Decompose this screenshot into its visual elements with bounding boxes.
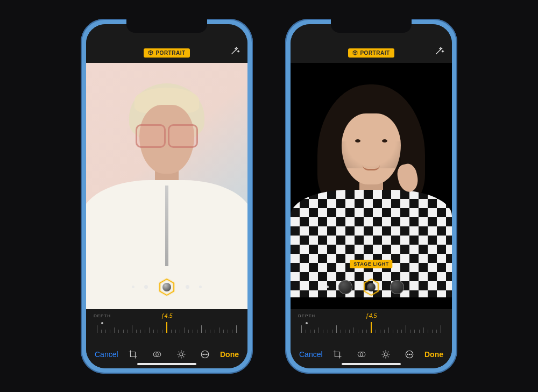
effect-selected-hex[interactable] [362, 278, 380, 296]
crop-icon[interactable] [128, 350, 138, 359]
subject-zipper [165, 186, 168, 266]
effect-dot[interactable] [186, 285, 189, 289]
lighting-effect-label: STAGE LIGHT [350, 260, 392, 268]
depth-slider-marker[interactable] [371, 322, 372, 333]
notch [126, 19, 207, 33]
home-indicator[interactable] [137, 363, 196, 365]
adjust-icon[interactable] [176, 350, 186, 359]
svg-point-7 [207, 354, 208, 355]
subject-glasses [136, 124, 198, 144]
screen: PORTRAIT STAGE LIGHT [291, 24, 452, 368]
effect-dot[interactable] [199, 286, 202, 288]
phone-right: PORTRAIT STAGE LIGHT [285, 19, 457, 374]
toolbar-icons [128, 350, 210, 359]
lighting-effect-selector[interactable] [132, 278, 202, 296]
cancel-button[interactable]: Cancel [299, 350, 323, 359]
portrait-badge-text: PORTRAIT [155, 50, 185, 56]
hex-inner-orb [367, 283, 376, 291]
phone-left: PORTRAIT [81, 19, 253, 374]
done-button[interactable]: Done [220, 350, 239, 359]
svg-point-5 [203, 354, 204, 355]
effect-option-orb[interactable] [390, 280, 404, 294]
subject-mouth [363, 165, 380, 170]
photo-preview[interactable]: STAGE LIGHT [291, 63, 452, 309]
photo-preview[interactable] [86, 63, 247, 309]
depth-label: DEPTH [94, 313, 111, 318]
effect-dot[interactable] [132, 286, 134, 288]
crop-icon[interactable] [332, 350, 342, 359]
svg-point-3 [180, 353, 183, 356]
svg-point-6 [205, 354, 206, 355]
cube-icon [352, 50, 358, 55]
svg-point-11 [384, 353, 387, 356]
depth-slider-marker[interactable] [166, 322, 167, 333]
svg-point-15 [411, 354, 412, 355]
notch [331, 19, 412, 33]
cancel-button[interactable]: Cancel [95, 350, 118, 359]
depth-control: DEPTH ƒ4.5 [86, 309, 247, 340]
magic-wand-icon[interactable] [435, 46, 444, 58]
magic-wand-icon[interactable] [230, 46, 240, 58]
effect-dot[interactable] [144, 285, 148, 289]
more-icon[interactable] [200, 350, 210, 359]
filters-icon[interactable] [152, 350, 162, 359]
done-button[interactable]: Done [424, 350, 443, 359]
effect-dot[interactable] [326, 286, 329, 288]
depth-label: DEPTH [298, 313, 315, 318]
hex-inner-orb [162, 283, 171, 291]
portrait-mode-badge[interactable]: PORTRAIT [144, 48, 189, 58]
f-stop-value: ƒ4.5 [365, 312, 377, 319]
svg-point-13 [407, 354, 408, 355]
adjust-icon[interactable] [381, 350, 391, 359]
cube-icon [148, 50, 153, 55]
depth-control: DEPTH ƒ4.5 [291, 309, 452, 340]
home-indicator[interactable] [342, 363, 401, 365]
subject-face [342, 113, 401, 184]
svg-point-14 [409, 354, 410, 355]
f-stop-value: ƒ4.5 [161, 312, 172, 319]
portrait-mode-badge[interactable]: PORTRAIT [348, 48, 394, 58]
more-icon[interactable] [405, 350, 414, 359]
screen: PORTRAIT [86, 24, 247, 368]
filters-icon[interactable] [356, 350, 367, 359]
toolbar-icons [332, 350, 414, 359]
portrait-badge-text: PORTRAIT [360, 50, 390, 56]
lighting-effect-selector[interactable] [326, 278, 416, 296]
effect-option-orb[interactable] [338, 280, 352, 294]
effect-selected-hex[interactable] [158, 278, 176, 296]
